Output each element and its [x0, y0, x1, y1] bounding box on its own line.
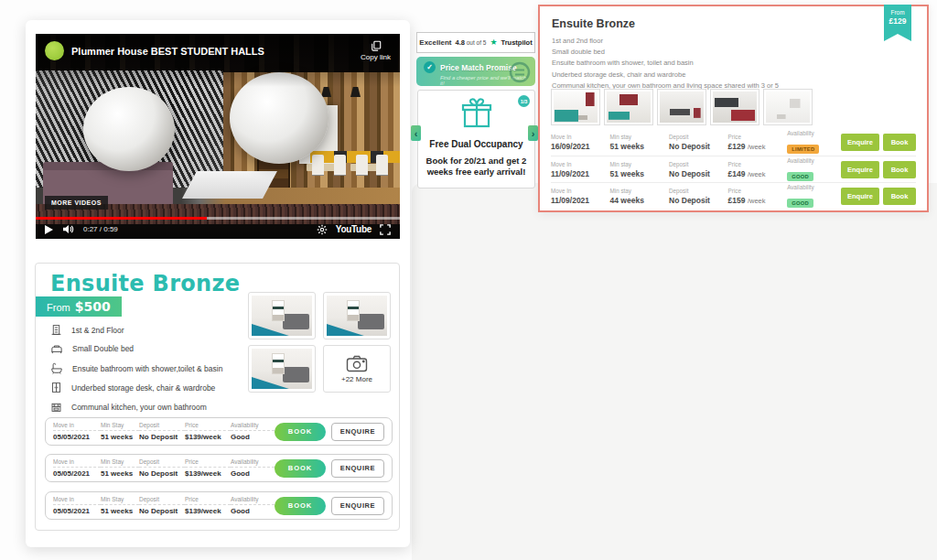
- availability-badge: GOOD: [787, 199, 813, 208]
- book-button[interactable]: BOOK: [275, 423, 326, 441]
- more-photos-label: +22 More: [341, 375, 372, 383]
- offer-body: Book for 20/21 and get 2 weeks free earl…: [425, 156, 527, 178]
- room-description: 1st and 2nd floor Small double bed Ensui…: [552, 37, 779, 92]
- price-value: $500: [75, 299, 111, 314]
- feature-storage: Underbed storage desk, chair & wardrobe: [50, 382, 215, 393]
- book-button[interactable]: BOOK: [275, 459, 326, 478]
- trustpilot-rating-word: Excellent: [419, 38, 451, 47]
- settings-gear-icon[interactable]: [317, 224, 328, 235]
- col-header-min-stay: Min Stay: [101, 422, 139, 431]
- gift-icon: [459, 98, 494, 129]
- pricing-row: Move in05/05/2021 Min Stay51 weeks Depos…: [45, 454, 393, 482]
- room-price-banner: From $500: [36, 296, 122, 317]
- availability-value: Good: [231, 433, 275, 441]
- room-photo-thumbnail[interactable]: [657, 89, 706, 125]
- play-icon[interactable]: [45, 225, 53, 234]
- price-prefix: From: [47, 302, 70, 313]
- pricing-row: Move In11/09/2021 Min stay51 weeks Depos…: [551, 156, 916, 182]
- feature-bathroom: Ensuite bathroom with shower,toilet & ba…: [50, 362, 222, 374]
- more-videos-button[interactable]: MORE VIDEOS: [45, 196, 108, 210]
- check-badge-icon: ✓: [424, 61, 436, 73]
- carousel-counter-badge: 1/3: [518, 95, 530, 107]
- trustpilot-score: 4.8 out of 5: [455, 38, 486, 47]
- room-photo-thumbnail[interactable]: [551, 89, 600, 125]
- room-card: Ensuite Bronze From $500 1st & 2nd Floor…: [35, 263, 400, 531]
- move-in-value: 05/05/2021: [53, 433, 101, 441]
- enquire-button[interactable]: ENQUIRE: [331, 423, 384, 441]
- trustpilot-brand: Trustpilot: [501, 38, 532, 47]
- enquire-button[interactable]: ENQUIRE: [331, 459, 384, 478]
- guarantee-stamp-icon: [508, 60, 532, 84]
- price-match-promise-banner[interactable]: ✓ Price Match Promise Find a cheaper pri…: [416, 57, 535, 86]
- more-photos-tile[interactable]: +22 More: [323, 345, 391, 393]
- price-match-title: Price Match Promise: [440, 63, 517, 72]
- pricing-row: Move in05/05/2021 Min Stay51 weeks Depos…: [45, 491, 393, 520]
- book-button[interactable]: Book: [883, 161, 916, 178]
- building-icon: [50, 324, 62, 336]
- room-photo-thumbnail[interactable]: [248, 345, 316, 393]
- video-timestamp: 0:27 / 0:59: [83, 225, 118, 233]
- room-title: Ensuite Bronze: [50, 271, 240, 296]
- deposit-value: No Deposit: [139, 433, 185, 441]
- copy-icon: [371, 40, 382, 51]
- youtube-video-player[interactable]: Plummer House BEST STUDENT HALLS Copy li…: [36, 34, 400, 239]
- copy-link-button[interactable]: Copy link: [361, 40, 391, 61]
- pricing-row: Move In16/09/2021 Min stay51 weeks Depos…: [551, 129, 916, 156]
- trustpilot-widget[interactable]: Excellent 4.8 out of 5 ★ Trustpilot: [416, 32, 535, 53]
- fullscreen-icon[interactable]: [380, 224, 391, 235]
- book-button[interactable]: BOOK: [275, 497, 326, 515]
- availability-badge: LIMITED: [787, 145, 819, 154]
- pricing-row: Move in05/05/2021 Min Stay51 weeks Depos…: [45, 417, 393, 446]
- carousel-prev-button[interactable]: ‹: [411, 125, 421, 141]
- video-controls: 0:27 / 0:59 YouTube: [36, 220, 400, 239]
- col-header-availability: Availability: [231, 422, 275, 431]
- carousel-next-button[interactable]: ›: [528, 125, 538, 141]
- col-header-move-in: Move in: [53, 422, 101, 431]
- video-scene-sphere-lamp: [83, 87, 175, 171]
- video-scene-chair: [334, 155, 346, 175]
- price-ribbon: From £129: [884, 5, 911, 41]
- trustpilot-star-icon: ★: [490, 38, 497, 47]
- overlay-room-title: Ensuite Bronze: [552, 17, 635, 30]
- video-scene-chair: [312, 155, 324, 175]
- min-stay-value: 51 weeks: [101, 433, 139, 441]
- youtube-logo[interactable]: YouTube: [336, 224, 372, 234]
- room-photo-thumbnail[interactable]: [763, 89, 813, 125]
- enquire-button[interactable]: Enquire: [841, 188, 879, 205]
- video-title[interactable]: Plummer House BEST STUDENT HALLS: [71, 46, 264, 57]
- screenshot-canvas: Plummer House BEST STUDENT HALLS Copy li…: [0, 0, 937, 560]
- room-photo-thumbnail[interactable]: [323, 292, 391, 339]
- bed-icon: [50, 343, 63, 354]
- video-scene-coffee-table: [182, 171, 277, 199]
- room-photo-thumbnail[interactable]: [710, 89, 759, 125]
- offer-carousel-card: 1/3 Free Dual Occupancy Book for 20/21 a…: [417, 90, 535, 188]
- video-scene-chair: [376, 155, 388, 175]
- room-photo-thumbnail[interactable]: [604, 89, 653, 125]
- copy-link-label: Copy link: [361, 53, 391, 61]
- volume-icon[interactable]: [62, 224, 74, 234]
- camera-icon: [346, 355, 368, 372]
- room-photo-thumbnail[interactable]: [248, 292, 316, 339]
- enquire-button[interactable]: ENQUIRE: [331, 497, 384, 515]
- wardrobe-icon: [50, 382, 62, 393]
- page-background: [412, 183, 937, 560]
- kitchen-icon: [50, 401, 62, 413]
- book-button[interactable]: Book: [883, 188, 916, 205]
- feature-kitchen: Communal kitchen, your own bathroom: [50, 401, 207, 413]
- offer-headline: Free Dual Occupancy: [418, 139, 534, 149]
- book-button[interactable]: Book: [883, 134, 916, 151]
- availability-badge: GOOD: [787, 172, 813, 181]
- col-header-price: Price: [185, 422, 231, 431]
- feature-floor: 1st & 2nd Floor: [50, 324, 124, 336]
- video-scene-chair: [356, 155, 368, 175]
- room-detail-overlay-panel: Ensuite Bronze From £129 1st and 2nd flo…: [538, 5, 929, 212]
- enquire-button[interactable]: Enquire: [841, 134, 879, 151]
- col-header-deposit: Deposit: [139, 422, 185, 431]
- pricing-row: Move In11/09/2021 Min stay44 weeks Depos…: [551, 182, 916, 209]
- feature-bed: Small Double bed: [50, 343, 134, 354]
- price-value: $139/week: [185, 433, 231, 441]
- bath-icon: [50, 362, 63, 374]
- channel-avatar[interactable]: [45, 41, 64, 60]
- enquire-button[interactable]: Enquire: [841, 161, 879, 178]
